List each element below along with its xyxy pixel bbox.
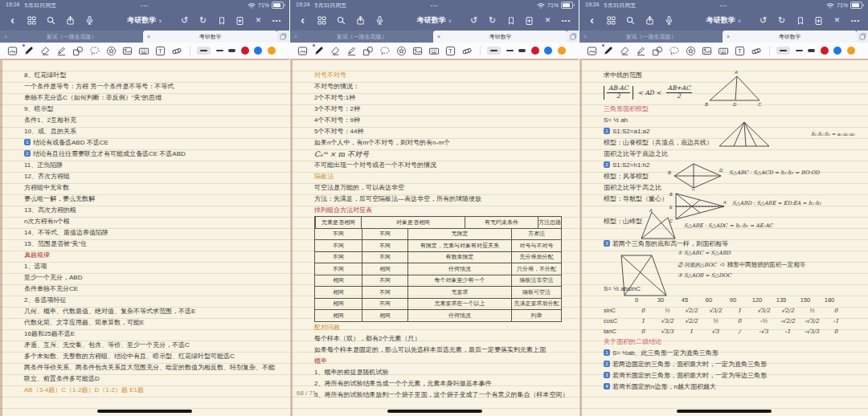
pen-tool[interactable] [313,45,325,56]
highlighter-tool[interactable] [56,45,68,56]
tab-active-document[interactable]: × 考研数学 [723,31,857,43]
tape-tool[interactable] [171,45,182,56]
close-icon[interactable]: ✕ [832,15,842,27]
redo-icon[interactable]: ↻ [198,15,208,27]
add-page-icon[interactable] [813,15,824,27]
tab-close-icon[interactable]: × [437,34,440,39]
lasso-tool[interactable] [89,45,100,56]
undo-icon[interactable]: ↺ [469,15,479,27]
highlighter-tool[interactable] [636,45,647,56]
microphone-icon[interactable] [664,15,674,27]
microphone-icon[interactable] [375,15,385,27]
redo-icon[interactable]: ↻ [487,15,497,27]
lasso-tool[interactable] [669,45,680,56]
stroke-thick-option[interactable] [228,49,235,52]
stroke-medium-option[interactable] [506,50,514,52]
document-title-menu[interactable]: 考研数学 ∨ [706,15,741,26]
eraser-tool[interactable] [619,45,630,56]
keyboard-tool[interactable] [428,45,440,56]
lasso-tool[interactable] [379,45,391,56]
undo-icon[interactable]: ↺ [179,15,190,27]
text-tool[interactable]: T [445,45,457,56]
search-icon[interactable] [336,15,346,27]
add-page-icon[interactable] [235,15,245,27]
close-icon[interactable]: ✕ [542,15,553,27]
tab-close-icon[interactable]: × [294,34,297,39]
color-orange-swatch[interactable] [268,47,276,55]
eraser-tool[interactable] [39,45,51,56]
eraser-tool[interactable] [330,45,341,56]
stroke-thin-option[interactable] [776,47,790,55]
more-options-icon[interactable]: ••• [272,15,282,27]
new-tab-button[interactable] [857,31,868,43]
microphone-icon[interactable] [84,15,95,27]
more-options-icon[interactable]: ••• [561,15,571,27]
sticker-tool[interactable] [297,45,308,56]
more-options-icon[interactable]: ••• [850,15,861,27]
stroke-thin-option[interactable] [487,47,501,55]
sticker-tool[interactable] [6,45,18,56]
tab-inactive-document[interactable]: × 复试（一路生花版） [0,31,143,43]
text-tool[interactable]: T [735,45,746,56]
tab-active-document[interactable]: × 考研数学 [143,31,277,43]
color-red-swatch[interactable] [531,47,539,55]
stroke-medium-option[interactable] [216,50,223,52]
bookmark-icon[interactable] [216,15,227,27]
tape-tool[interactable] [751,45,762,56]
shapes-tool[interactable] [362,45,374,56]
stroke-medium-option[interactable] [796,50,803,52]
back-button[interactable]: ‹ [7,15,18,27]
thumbnails-grid-icon[interactable] [317,15,327,27]
search-icon[interactable] [46,15,56,27]
home-indicator[interactable] [97,410,192,413]
stamp-tool[interactable] [685,45,696,56]
sticker-tool[interactable] [586,45,597,56]
keyboard-tool[interactable] [138,45,149,56]
document-title-menu[interactable]: 考研数学 ∨ [127,15,162,26]
home-indicator[interactable] [387,410,482,413]
share-icon[interactable] [65,15,76,27]
text-tool[interactable]: T [155,45,166,56]
stroke-thick-option[interactable] [808,49,815,52]
thumbnails-grid-icon[interactable] [606,15,616,27]
pen-tool[interactable] [603,45,614,56]
thumbnails-grid-icon[interactable] [27,15,37,27]
color-blue-swatch[interactable] [544,47,552,55]
add-page-icon[interactable] [524,15,534,27]
shapes-tool[interactable] [652,45,663,56]
stroke-thin-option[interactable] [197,47,211,55]
back-button[interactable]: ‹ [297,15,308,27]
bookmark-icon[interactable] [506,15,516,27]
shapes-tool[interactable] [72,45,84,56]
tab-active-document[interactable]: × 考研数学 [433,31,567,43]
back-button[interactable]: ‹ [587,15,597,27]
image-tool[interactable] [702,45,713,56]
tab-close-icon[interactable]: × [583,34,587,39]
color-blue-swatch[interactable] [833,47,841,55]
color-red-swatch[interactable] [821,47,829,55]
color-orange-swatch[interactable] [847,47,855,55]
new-tab-button[interactable] [277,31,289,43]
share-icon[interactable] [355,15,366,27]
search-icon[interactable] [625,15,636,27]
close-icon[interactable]: ✕ [253,15,264,27]
highlighter-tool[interactable] [346,45,358,56]
share-icon[interactable] [645,15,655,27]
image-tool[interactable] [122,45,133,56]
home-indicator[interactable] [677,410,772,413]
color-red-swatch[interactable] [241,47,249,55]
undo-icon[interactable]: ↺ [758,15,768,27]
document-title-menu[interactable]: 考研数学 ∨ [417,15,452,26]
new-tab-button[interactable] [567,31,579,43]
tab-inactive-document[interactable]: × 复试（一路生花版） [579,31,723,43]
stamp-tool[interactable] [105,45,117,56]
tab-close-icon[interactable]: × [147,34,150,39]
redo-icon[interactable]: ↻ [776,15,787,27]
stamp-tool[interactable] [395,45,407,56]
tab-close-icon[interactable]: × [4,34,7,39]
stroke-thick-option[interactable] [518,49,526,52]
bookmark-icon[interactable] [795,15,805,27]
keyboard-tool[interactable] [718,45,729,56]
tab-inactive-document[interactable]: × 复试（一路生花版） [290,31,433,43]
pen-tool[interactable] [23,45,35,56]
